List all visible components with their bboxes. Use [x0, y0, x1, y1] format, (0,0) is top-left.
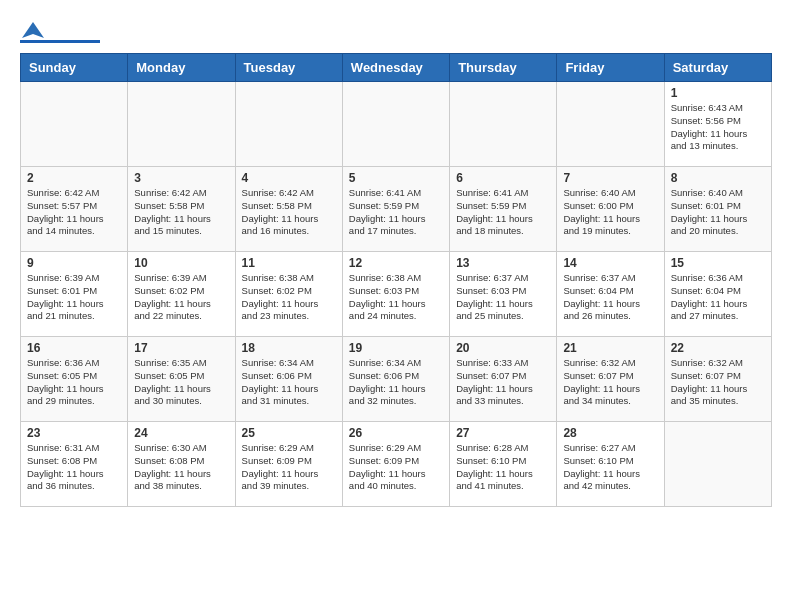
day-number: 24 [134, 426, 228, 440]
day-info: Sunrise: 6:34 AM Sunset: 6:06 PM Dayligh… [349, 357, 443, 408]
day-number: 7 [563, 171, 657, 185]
svg-marker-0 [22, 22, 44, 38]
calendar-cell: 7Sunrise: 6:40 AM Sunset: 6:00 PM Daylig… [557, 167, 664, 252]
calendar-cell: 18Sunrise: 6:34 AM Sunset: 6:06 PM Dayli… [235, 337, 342, 422]
day-number: 18 [242, 341, 336, 355]
day-info: Sunrise: 6:38 AM Sunset: 6:02 PM Dayligh… [242, 272, 336, 323]
day-info: Sunrise: 6:29 AM Sunset: 6:09 PM Dayligh… [242, 442, 336, 493]
day-info: Sunrise: 6:41 AM Sunset: 5:59 PM Dayligh… [456, 187, 550, 238]
day-number: 16 [27, 341, 121, 355]
day-info: Sunrise: 6:38 AM Sunset: 6:03 PM Dayligh… [349, 272, 443, 323]
calendar-cell: 2Sunrise: 6:42 AM Sunset: 5:57 PM Daylig… [21, 167, 128, 252]
weekday-header-thursday: Thursday [450, 54, 557, 82]
calendar-week-4: 16Sunrise: 6:36 AM Sunset: 6:05 PM Dayli… [21, 337, 772, 422]
day-info: Sunrise: 6:32 AM Sunset: 6:07 PM Dayligh… [563, 357, 657, 408]
calendar-cell: 24Sunrise: 6:30 AM Sunset: 6:08 PM Dayli… [128, 422, 235, 507]
day-info: Sunrise: 6:31 AM Sunset: 6:08 PM Dayligh… [27, 442, 121, 493]
day-info: Sunrise: 6:37 AM Sunset: 6:03 PM Dayligh… [456, 272, 550, 323]
day-number: 15 [671, 256, 765, 270]
day-number: 23 [27, 426, 121, 440]
day-number: 17 [134, 341, 228, 355]
day-number: 4 [242, 171, 336, 185]
calendar-cell: 13Sunrise: 6:37 AM Sunset: 6:03 PM Dayli… [450, 252, 557, 337]
calendar-cell: 11Sunrise: 6:38 AM Sunset: 6:02 PM Dayli… [235, 252, 342, 337]
day-number: 3 [134, 171, 228, 185]
day-number: 25 [242, 426, 336, 440]
weekday-header-friday: Friday [557, 54, 664, 82]
day-info: Sunrise: 6:36 AM Sunset: 6:05 PM Dayligh… [27, 357, 121, 408]
calendar-cell [664, 422, 771, 507]
calendar-cell: 25Sunrise: 6:29 AM Sunset: 6:09 PM Dayli… [235, 422, 342, 507]
calendar-cell: 6Sunrise: 6:41 AM Sunset: 5:59 PM Daylig… [450, 167, 557, 252]
weekday-header-sunday: Sunday [21, 54, 128, 82]
day-info: Sunrise: 6:42 AM Sunset: 5:58 PM Dayligh… [242, 187, 336, 238]
day-info: Sunrise: 6:42 AM Sunset: 5:58 PM Dayligh… [134, 187, 228, 238]
day-number: 20 [456, 341, 550, 355]
calendar-cell [557, 82, 664, 167]
weekday-header-monday: Monday [128, 54, 235, 82]
calendar-cell: 21Sunrise: 6:32 AM Sunset: 6:07 PM Dayli… [557, 337, 664, 422]
calendar-cell: 19Sunrise: 6:34 AM Sunset: 6:06 PM Dayli… [342, 337, 449, 422]
day-number: 2 [27, 171, 121, 185]
calendar-cell: 20Sunrise: 6:33 AM Sunset: 6:07 PM Dayli… [450, 337, 557, 422]
day-info: Sunrise: 6:40 AM Sunset: 6:00 PM Dayligh… [563, 187, 657, 238]
day-number: 28 [563, 426, 657, 440]
weekday-header-saturday: Saturday [664, 54, 771, 82]
calendar-week-3: 9Sunrise: 6:39 AM Sunset: 6:01 PM Daylig… [21, 252, 772, 337]
calendar-cell: 9Sunrise: 6:39 AM Sunset: 6:01 PM Daylig… [21, 252, 128, 337]
day-number: 6 [456, 171, 550, 185]
calendar-cell: 12Sunrise: 6:38 AM Sunset: 6:03 PM Dayli… [342, 252, 449, 337]
day-info: Sunrise: 6:35 AM Sunset: 6:05 PM Dayligh… [134, 357, 228, 408]
day-info: Sunrise: 6:41 AM Sunset: 5:59 PM Dayligh… [349, 187, 443, 238]
calendar-cell [450, 82, 557, 167]
logo-bird-icon [22, 20, 44, 42]
day-number: 8 [671, 171, 765, 185]
day-number: 21 [563, 341, 657, 355]
day-info: Sunrise: 6:37 AM Sunset: 6:04 PM Dayligh… [563, 272, 657, 323]
day-number: 26 [349, 426, 443, 440]
day-info: Sunrise: 6:28 AM Sunset: 6:10 PM Dayligh… [456, 442, 550, 493]
day-info: Sunrise: 6:30 AM Sunset: 6:08 PM Dayligh… [134, 442, 228, 493]
page-header [20, 20, 772, 43]
day-info: Sunrise: 6:42 AM Sunset: 5:57 PM Dayligh… [27, 187, 121, 238]
day-info: Sunrise: 6:40 AM Sunset: 6:01 PM Dayligh… [671, 187, 765, 238]
day-number: 27 [456, 426, 550, 440]
day-info: Sunrise: 6:34 AM Sunset: 6:06 PM Dayligh… [242, 357, 336, 408]
calendar-cell: 17Sunrise: 6:35 AM Sunset: 6:05 PM Dayli… [128, 337, 235, 422]
day-number: 13 [456, 256, 550, 270]
day-info: Sunrise: 6:36 AM Sunset: 6:04 PM Dayligh… [671, 272, 765, 323]
weekday-header-wednesday: Wednesday [342, 54, 449, 82]
day-number: 11 [242, 256, 336, 270]
calendar-cell: 27Sunrise: 6:28 AM Sunset: 6:10 PM Dayli… [450, 422, 557, 507]
logo [20, 20, 100, 43]
day-info: Sunrise: 6:27 AM Sunset: 6:10 PM Dayligh… [563, 442, 657, 493]
calendar-cell: 8Sunrise: 6:40 AM Sunset: 6:01 PM Daylig… [664, 167, 771, 252]
day-number: 19 [349, 341, 443, 355]
day-number: 14 [563, 256, 657, 270]
calendar-cell: 28Sunrise: 6:27 AM Sunset: 6:10 PM Dayli… [557, 422, 664, 507]
day-number: 5 [349, 171, 443, 185]
day-info: Sunrise: 6:32 AM Sunset: 6:07 PM Dayligh… [671, 357, 765, 408]
day-info: Sunrise: 6:29 AM Sunset: 6:09 PM Dayligh… [349, 442, 443, 493]
calendar-cell: 15Sunrise: 6:36 AM Sunset: 6:04 PM Dayli… [664, 252, 771, 337]
calendar-cell: 23Sunrise: 6:31 AM Sunset: 6:08 PM Dayli… [21, 422, 128, 507]
calendar-week-2: 2Sunrise: 6:42 AM Sunset: 5:57 PM Daylig… [21, 167, 772, 252]
calendar-table: SundayMondayTuesdayWednesdayThursdayFrid… [20, 53, 772, 507]
day-info: Sunrise: 6:39 AM Sunset: 6:02 PM Dayligh… [134, 272, 228, 323]
logo-underline [20, 40, 100, 43]
calendar-cell: 4Sunrise: 6:42 AM Sunset: 5:58 PM Daylig… [235, 167, 342, 252]
calendar-cell [128, 82, 235, 167]
calendar-cell: 1Sunrise: 6:43 AM Sunset: 5:56 PM Daylig… [664, 82, 771, 167]
calendar-cell [21, 82, 128, 167]
calendar-cell: 16Sunrise: 6:36 AM Sunset: 6:05 PM Dayli… [21, 337, 128, 422]
calendar-cell: 22Sunrise: 6:32 AM Sunset: 6:07 PM Dayli… [664, 337, 771, 422]
calendar-cell [342, 82, 449, 167]
day-info: Sunrise: 6:33 AM Sunset: 6:07 PM Dayligh… [456, 357, 550, 408]
day-number: 9 [27, 256, 121, 270]
calendar-cell: 14Sunrise: 6:37 AM Sunset: 6:04 PM Dayli… [557, 252, 664, 337]
day-info: Sunrise: 6:43 AM Sunset: 5:56 PM Dayligh… [671, 102, 765, 153]
weekday-header-row: SundayMondayTuesdayWednesdayThursdayFrid… [21, 54, 772, 82]
weekday-header-tuesday: Tuesday [235, 54, 342, 82]
day-number: 10 [134, 256, 228, 270]
day-number: 12 [349, 256, 443, 270]
